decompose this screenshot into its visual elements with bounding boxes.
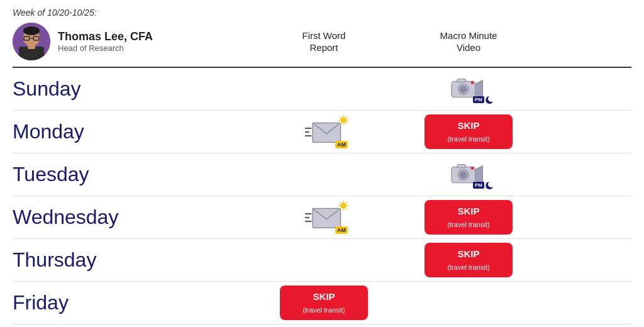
video-icon: PM bbox=[450, 161, 487, 189]
svg-point-13 bbox=[340, 117, 347, 123]
schedule-row: Monday AM SKIP (travel transit) bbox=[13, 111, 631, 153]
am-badge: AM bbox=[335, 226, 348, 234]
skip-sub: (travel transit) bbox=[447, 135, 489, 143]
skip-label: SKIP bbox=[457, 248, 479, 259]
first-word-cell bbox=[252, 239, 396, 281]
svg-line-38 bbox=[347, 202, 348, 203]
svg-point-31 bbox=[340, 202, 347, 209]
header-row: Thomas Lee, CFA Head of Research First W… bbox=[13, 23, 631, 68]
macro-cell: PM bbox=[396, 157, 541, 192]
macro-cell bbox=[396, 282, 541, 324]
svg-line-18 bbox=[340, 116, 341, 118]
svg-rect-29 bbox=[457, 164, 466, 167]
schedule-row: Thursday SKIP (travel transit) bbox=[13, 239, 631, 282]
author-info: Thomas Lee, CFA Head of Research bbox=[58, 30, 153, 53]
first-word-cell: SKIP (travel transit) bbox=[252, 282, 396, 324]
skip-button[interactable]: SKIP (travel transit) bbox=[425, 114, 513, 149]
schedule-row: Tuesday PM bbox=[13, 153, 631, 196]
skip-label: SKIP bbox=[457, 206, 479, 216]
svg-line-20 bbox=[347, 116, 348, 118]
svg-line-39 bbox=[340, 208, 341, 209]
schedule-row: Wednesday AM SKIP (travel transit) bbox=[13, 196, 631, 239]
day-label: Tuesday bbox=[13, 159, 252, 190]
first-word-cell: AM bbox=[252, 196, 396, 238]
macro-cell: SKIP (travel transit) bbox=[396, 196, 541, 238]
email-icon: AM bbox=[305, 204, 343, 231]
content-cells: AM SKIP (travel transit) bbox=[252, 111, 631, 153]
svg-point-12 bbox=[471, 81, 474, 84]
skip-sub: (travel transit) bbox=[447, 221, 489, 228]
skip-button[interactable]: SKIP (travel transit) bbox=[425, 200, 513, 235]
skip-button[interactable]: SKIP (travel transit) bbox=[425, 243, 513, 277]
pm-badge: PM bbox=[473, 96, 494, 104]
skip-label: SKIP bbox=[313, 291, 335, 302]
svg-rect-11 bbox=[457, 79, 466, 82]
schedule-table: Sunday PM Monday bbox=[13, 68, 631, 324]
content-cells: SKIP (travel transit) bbox=[252, 282, 631, 324]
day-label: Wednesday bbox=[13, 202, 252, 233]
col-header-first-word: First Word Report bbox=[252, 30, 396, 54]
svg-line-19 bbox=[347, 123, 348, 124]
video-icon: PM bbox=[450, 75, 487, 103]
email-icon: AM bbox=[305, 118, 343, 146]
schedule-row: Friday SKIP (travel transit) bbox=[13, 282, 631, 324]
column-headers: First Word Report Macro Minute Video bbox=[252, 30, 631, 54]
svg-point-10 bbox=[460, 86, 467, 92]
author-title: Head of Research bbox=[58, 43, 153, 53]
skip-button[interactable]: SKIP (travel transit) bbox=[280, 285, 368, 320]
content-cells: PM bbox=[252, 157, 631, 192]
author-section: Thomas Lee, CFA Head of Research bbox=[13, 23, 252, 60]
skip-sub: (travel transit) bbox=[447, 263, 489, 271]
content-cells: PM bbox=[252, 72, 631, 107]
content-cells: AM SKIP (travel transit) bbox=[252, 196, 631, 238]
author-name: Thomas Lee, CFA bbox=[58, 30, 153, 43]
svg-point-4 bbox=[23, 26, 40, 35]
svg-point-28 bbox=[460, 171, 467, 178]
skip-label: SKIP bbox=[457, 120, 479, 131]
svg-point-30 bbox=[471, 167, 474, 170]
svg-line-21 bbox=[340, 123, 341, 124]
schedule-row: Sunday PM bbox=[13, 68, 631, 111]
day-label: Monday bbox=[13, 116, 252, 147]
avatar bbox=[13, 23, 50, 60]
page-wrapper: Week of 10/20-10/25: bbox=[0, 0, 644, 327]
skip-sub: (travel transit) bbox=[303, 306, 345, 314]
macro-cell: SKIP (travel transit) bbox=[396, 111, 541, 153]
svg-line-36 bbox=[340, 202, 341, 203]
svg-line-37 bbox=[347, 208, 348, 209]
day-label: Sunday bbox=[13, 74, 252, 104]
macro-cell: PM bbox=[396, 72, 541, 107]
col-header-macro: Macro Minute Video bbox=[396, 30, 541, 54]
day-label: Friday bbox=[13, 287, 252, 318]
first-word-cell: AM bbox=[252, 111, 396, 153]
content-cells: SKIP (travel transit) bbox=[252, 239, 631, 281]
pm-badge: PM bbox=[473, 181, 494, 190]
macro-cell: SKIP (travel transit) bbox=[396, 239, 541, 281]
am-badge: AM bbox=[335, 141, 348, 148]
first-word-cell bbox=[252, 72, 396, 107]
week-label: Week of 10/20-10/25: bbox=[13, 8, 631, 18]
first-word-cell bbox=[252, 157, 396, 192]
day-label: Thursday bbox=[13, 245, 252, 275]
